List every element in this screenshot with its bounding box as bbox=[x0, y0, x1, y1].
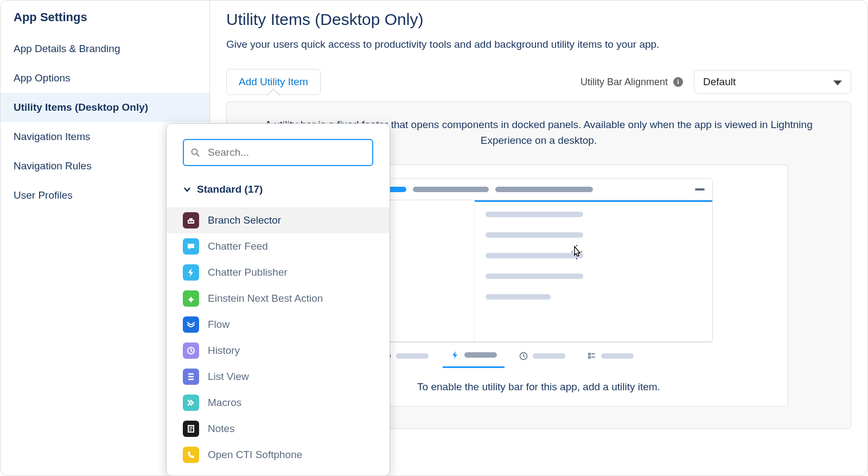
dropdown-item-history[interactable]: History bbox=[167, 338, 390, 364]
preview-tab-3 bbox=[511, 345, 573, 367]
dropdown-item-label: Einstein Next Best Action bbox=[208, 293, 373, 304]
chevron-down-icon bbox=[183, 185, 192, 194]
svg-rect-4 bbox=[189, 221, 190, 223]
page-subtitle: Give your users quick access to producti… bbox=[226, 39, 851, 50]
dropdown-item-label: Branch Selector bbox=[208, 214, 373, 226]
dropdown-item-label: Open CTI Softphone bbox=[208, 449, 373, 461]
chatter-publisher-icon bbox=[183, 264, 199, 281]
utility-bar-alignment-label: Utility Bar Alignment i bbox=[580, 77, 683, 88]
dropdown-item-einstein[interactable]: Einstein Next Best Action bbox=[167, 285, 390, 312]
dropdown-list: Branch Selector Chatter Feed Chatter Pub… bbox=[167, 207, 390, 468]
dropdown-section-header[interactable]: Standard (17) bbox=[167, 179, 390, 200]
dropdown-item-label: History bbox=[208, 345, 373, 357]
utility-bar-alignment-select[interactable]: Default bbox=[694, 70, 851, 94]
svg-rect-5 bbox=[190, 221, 192, 223]
phone-icon bbox=[183, 447, 199, 463]
sidebar-item-utility-items[interactable]: Utility Items (Desktop Only) bbox=[1, 93, 209, 122]
notes-icon bbox=[183, 421, 199, 437]
dropdown-item-label: Chatter Publisher bbox=[208, 266, 373, 278]
dropdown-item-label: Macros bbox=[208, 397, 373, 409]
einstein-icon bbox=[183, 290, 199, 307]
dropdown-item-notes[interactable]: Notes bbox=[167, 416, 390, 442]
svg-rect-6 bbox=[192, 221, 193, 223]
dropdown-item-macros[interactable]: Macros bbox=[167, 390, 390, 416]
dropdown-item-list-view[interactable]: List View bbox=[167, 364, 390, 390]
dropdown-search-wrapper bbox=[183, 139, 373, 166]
dropdown-item-branch-selector[interactable]: Branch Selector bbox=[167, 207, 390, 233]
add-utility-item-dropdown: Standard (17) Branch Selector Chatter Fe… bbox=[166, 123, 390, 476]
sidebar-item-app-details[interactable]: App Details & Branding bbox=[1, 34, 209, 64]
preview-tab-4 bbox=[579, 345, 641, 367]
dropdown-item-label: Chatter Feed bbox=[208, 240, 373, 252]
dropdown-item-flow[interactable]: Flow bbox=[167, 312, 390, 338]
dropdown-item-label: Notes bbox=[208, 423, 373, 435]
info-icon[interactable]: i bbox=[673, 77, 683, 87]
history-icon bbox=[183, 342, 199, 359]
macros-icon bbox=[183, 395, 199, 411]
sidebar-heading: App Settings bbox=[1, 5, 209, 34]
flow-icon bbox=[183, 316, 199, 333]
select-value: Default bbox=[703, 76, 736, 87]
dropdown-item-label: Flow bbox=[208, 319, 373, 331]
minimize-icon bbox=[695, 188, 705, 191]
svg-point-2 bbox=[192, 149, 197, 155]
checklist-icon bbox=[587, 351, 597, 361]
add-utility-item-button[interactable]: Add Utility Item bbox=[226, 69, 321, 95]
clock-icon bbox=[519, 351, 528, 361]
page-title: Utility Items (Desktop Only) bbox=[226, 10, 851, 29]
preview-tab-2 bbox=[443, 344, 505, 368]
dropdown-search-input[interactable] bbox=[183, 139, 373, 166]
dropdown-item-open-cti-softphone[interactable]: Open CTI Softphone bbox=[167, 442, 390, 468]
sidebar-item-app-options[interactable]: App Options bbox=[1, 64, 209, 93]
dropdown-item-chatter-feed[interactable]: Chatter Feed bbox=[167, 233, 390, 259]
dropdown-section-label: Standard (17) bbox=[197, 183, 263, 195]
dropdown-item-chatter-publisher[interactable]: Chatter Publisher bbox=[167, 259, 390, 285]
bolt-icon bbox=[450, 350, 460, 360]
search-icon bbox=[190, 148, 200, 157]
chatter-feed-icon bbox=[183, 238, 199, 255]
branch-icon bbox=[183, 212, 199, 229]
main-content: Utility Items (Desktop Only) Give your u… bbox=[210, 1, 867, 475]
svg-line-3 bbox=[197, 154, 200, 157]
list-view-icon bbox=[183, 369, 199, 385]
dropdown-item-label: List View bbox=[208, 371, 373, 383]
